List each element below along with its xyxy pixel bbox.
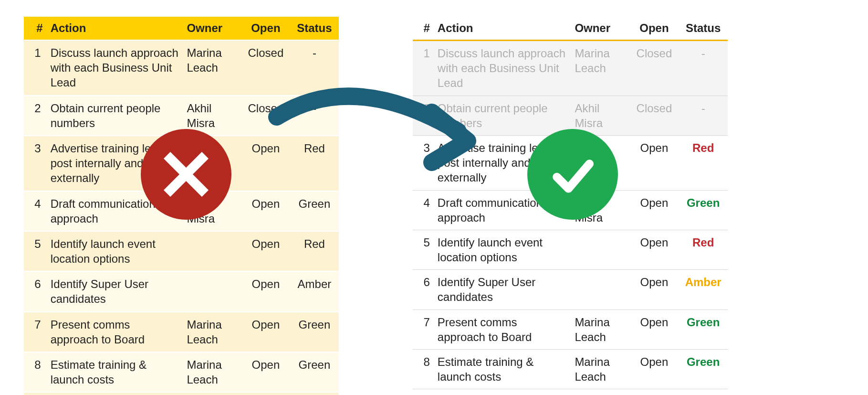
cell-num: 8 <box>413 350 434 389</box>
header-status: Status <box>679 17 728 41</box>
cell-action: Provide training delivery options <box>47 392 183 395</box>
check-icon <box>546 148 599 201</box>
cell-open: Open <box>630 310 679 349</box>
table-row: 1Discuss launch approach with each Busin… <box>413 41 728 96</box>
header-owner: Owner <box>571 17 629 41</box>
cell-action: Provide training delivery options <box>434 389 571 395</box>
table-header-row: # Action Owner Open Status <box>24 17 339 40</box>
comparison-container: # Action Owner Open Status 1Discuss laun… <box>24 17 844 395</box>
header-open: Open <box>630 17 679 41</box>
cell-status: Amber <box>679 270 728 310</box>
cell-num: 3 <box>24 136 47 191</box>
cell-status: - <box>679 96 728 135</box>
cell-status: Green <box>679 310 728 349</box>
cell-open: Open <box>630 135 679 190</box>
cell-status: Red <box>679 230 728 269</box>
cell-owner <box>183 231 241 271</box>
header-num: # <box>413 17 434 41</box>
cell-status: Green <box>290 392 339 395</box>
cell-owner <box>183 271 241 311</box>
cell-owner: Marina Leach <box>571 41 629 96</box>
cell-open: Open <box>630 270 679 310</box>
cell-open: Open <box>241 352 290 392</box>
cell-action: Discuss launch approach with each Busine… <box>434 41 571 96</box>
cell-open: Open <box>630 190 679 230</box>
cell-owner <box>571 230 629 269</box>
cell-status: - <box>290 96 339 136</box>
table-row: 8Estimate training & launch costsMarina … <box>24 352 339 392</box>
cell-status: Red <box>679 135 728 190</box>
cell-open: Open <box>630 230 679 269</box>
table-row: 6Identify Super User candidatesOpenAmber <box>24 271 339 311</box>
cell-action: Identify Super User candidates <box>434 270 571 310</box>
cell-num: 2 <box>413 96 434 135</box>
table-row: 9Provide training delivery optionsAkhil … <box>24 392 339 395</box>
table-row: 7Present comms approach to BoardMarina L… <box>24 312 339 352</box>
cell-open: Open <box>241 392 290 395</box>
table-row: 5Identify launch event location optionsO… <box>413 230 728 269</box>
cell-open: Open <box>241 136 290 191</box>
cell-status: - <box>290 40 339 96</box>
cell-open: Open <box>241 271 290 311</box>
cell-status: Green <box>679 389 728 395</box>
cell-num: 1 <box>413 41 434 96</box>
table-header-row: # Action Owner Open Status <box>413 17 728 41</box>
cell-owner: Marina Leach <box>183 312 241 352</box>
cell-status: Red <box>290 231 339 271</box>
header-status: Status <box>290 17 339 40</box>
cell-status: Green <box>679 350 728 389</box>
cell-status: - <box>679 41 728 96</box>
cell-status: Green <box>290 352 339 392</box>
cell-action: Discuss launch approach with each Busine… <box>47 40 183 96</box>
cell-num: 7 <box>413 310 434 349</box>
cell-action: Identify launch event location options <box>434 230 571 269</box>
cell-num: 8 <box>24 352 47 392</box>
cell-owner: Akhil Misra <box>571 389 629 395</box>
table-row: 7Present comms approach to BoardMarina L… <box>413 310 728 349</box>
table-row: 9Provide training delivery optionsAkhil … <box>413 389 728 395</box>
cell-num: 9 <box>24 392 47 395</box>
table-row: 6Identify Super User candidatesOpenAmber <box>413 270 728 310</box>
header-action: Action <box>47 17 183 40</box>
header-action: Action <box>434 17 571 41</box>
header-owner: Owner <box>183 17 241 40</box>
cell-action: Identify launch event location options <box>47 231 183 271</box>
cell-open: Open <box>241 231 290 271</box>
cell-action: Identify Super User candidates <box>47 271 183 311</box>
cell-num: 2 <box>24 96 47 136</box>
cell-open: Closed <box>241 40 290 96</box>
cell-status: Green <box>290 312 339 352</box>
cell-num: 4 <box>413 190 434 230</box>
cell-status: Green <box>290 191 339 231</box>
cell-action: Estimate training & launch costs <box>47 352 183 392</box>
cell-owner: Marina Leach <box>183 352 241 392</box>
cell-open: Open <box>241 312 290 352</box>
cell-action: Present comms approach to Board <box>47 312 183 352</box>
cell-num: 6 <box>413 270 434 310</box>
header-open: Open <box>241 17 290 40</box>
cell-open: Open <box>630 350 679 389</box>
table-row: 1Discuss launch approach with each Busin… <box>24 40 339 96</box>
cell-owner <box>571 270 629 310</box>
cell-owner: Akhil Misra <box>183 392 241 395</box>
cell-action: Estimate training & launch costs <box>434 350 571 389</box>
table-row: 5Identify launch event location optionsO… <box>24 231 339 271</box>
cell-num: 1 <box>24 40 47 96</box>
cell-open: Closed <box>630 96 679 135</box>
cell-status: Green <box>679 190 728 230</box>
cell-open: Open <box>241 191 290 231</box>
cell-open: Closed <box>241 96 290 136</box>
cell-num: 9 <box>413 389 434 395</box>
cell-num: 4 <box>24 191 47 231</box>
table-row: 8Estimate training & launch costsMarina … <box>413 350 728 389</box>
cell-open: Open <box>630 389 679 395</box>
cell-owner: Marina Leach <box>571 350 629 389</box>
cell-owner: Marina Leach <box>183 40 241 96</box>
cell-num: 5 <box>24 231 47 271</box>
cell-num: 3 <box>413 135 434 190</box>
cell-action: Obtain current people numbers <box>434 96 571 135</box>
cell-num: 6 <box>24 271 47 311</box>
header-num: # <box>24 17 47 40</box>
incorrect-badge <box>141 129 231 220</box>
cell-num: 7 <box>24 312 47 352</box>
